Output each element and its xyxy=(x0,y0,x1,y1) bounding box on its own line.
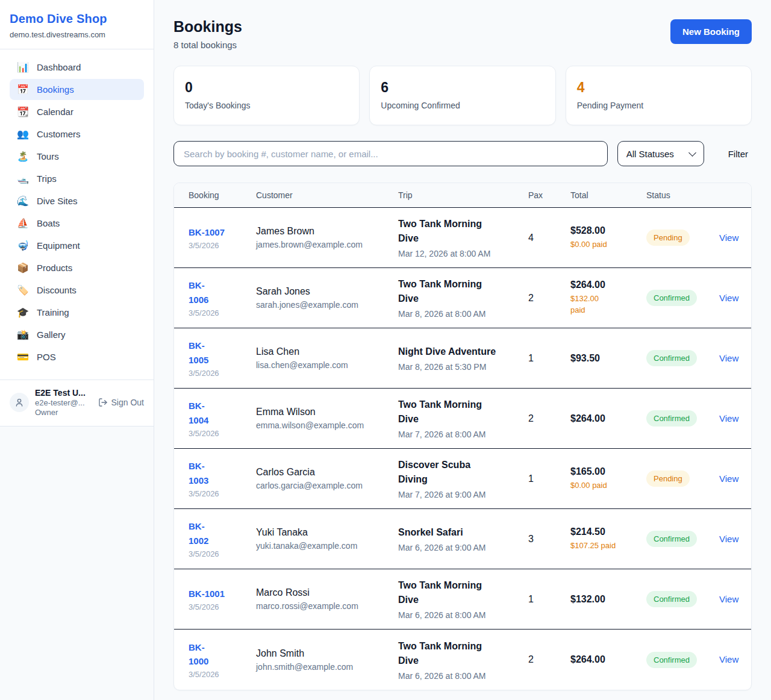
view-link[interactable]: View xyxy=(719,473,738,484)
filter-button[interactable]: Filter xyxy=(725,146,752,161)
customer-name: Carlos Garcia xyxy=(256,467,392,478)
status-badge: Pending xyxy=(646,470,690,487)
pax-count: 1 xyxy=(528,473,570,484)
trip-name: Snorkel Safari xyxy=(398,525,522,540)
status-badge: Pending xyxy=(646,230,690,246)
sidebar-item-products[interactable]: 📦 Products xyxy=(10,257,144,278)
pax-count: 3 xyxy=(528,534,570,545)
stat-card: 4 Pending Payment xyxy=(566,66,752,125)
booking-id-link[interactable]: BK- 1002 xyxy=(189,519,250,548)
island-icon: 🏝️ xyxy=(17,152,29,161)
booking-id-link[interactable]: BK-1007 xyxy=(189,225,250,239)
page-header-text: Bookings 8 total bookings xyxy=(173,18,242,50)
total-amount: $132.00 xyxy=(570,594,640,605)
sidebar-item-boats[interactable]: ⛵ Boats xyxy=(10,213,144,234)
user-role: Owner xyxy=(35,408,86,417)
sidebar-item-equipment[interactable]: 🤿 Equipment xyxy=(10,235,144,256)
table-row: BK- 1000 3/5/2026 John Smith john.smith@… xyxy=(174,630,751,690)
view-link[interactable]: View xyxy=(719,654,738,664)
customer-email: carlos.garcia@example.com xyxy=(256,481,392,490)
stat-value: 6 xyxy=(381,80,544,96)
trip-name: Two Tank Morning Dive xyxy=(398,578,522,607)
sidebar-item-dive-sites[interactable]: 🌊 Dive Sites xyxy=(10,190,144,211)
search-input[interactable] xyxy=(173,141,608,166)
new-booking-button[interactable]: New Booking xyxy=(670,19,752,44)
view-link[interactable]: View xyxy=(719,534,738,544)
sidebar-item-dashboard[interactable]: 📊 Dashboard xyxy=(10,57,144,78)
brand-name: Demo Dive Shop xyxy=(10,12,144,26)
motorboat-icon: 🛥️ xyxy=(17,174,29,184)
camera-icon: 📸 xyxy=(17,330,29,340)
stat-value: 4 xyxy=(577,80,740,96)
customer-name: Emma Wilson xyxy=(256,407,392,417)
customer-email: james.brown@example.com xyxy=(256,240,392,249)
sidebar-item-gallery[interactable]: 📸 Gallery xyxy=(10,324,144,345)
column-header-status: Status xyxy=(646,190,719,200)
pax-count: 2 xyxy=(528,293,570,304)
tag-icon: 🏷️ xyxy=(17,286,29,295)
view-link[interactable]: View xyxy=(719,353,738,363)
user-info: E2E Test U... e2e-tester@... Owner xyxy=(35,388,86,417)
status-select[interactable]: All Statuses xyxy=(617,141,704,166)
booking-id-link[interactable]: BK- 1003 xyxy=(189,459,250,487)
trip-datetime: Mar 12, 2026 at 8:00 AM xyxy=(398,249,522,258)
column-header-trip: Trip xyxy=(398,190,528,200)
column-header-total: Total xyxy=(570,190,646,200)
column-header-booking: Booking xyxy=(189,190,256,200)
credit-card-icon: 💳 xyxy=(17,352,29,362)
booking-id-link[interactable]: BK- 1006 xyxy=(189,278,250,307)
customer-name: Marco Rossi xyxy=(256,587,392,598)
main-content: Bookings 8 total bookings New Booking 0 … xyxy=(154,0,771,700)
sidebar-item-customers[interactable]: 👥 Customers xyxy=(10,123,144,145)
booking-id-link[interactable]: BK- 1004 xyxy=(189,399,250,427)
table-row: BK- 1002 3/5/2026 Yuki Tanaka yuki.tanak… xyxy=(174,509,751,569)
pax-count: 2 xyxy=(528,654,570,665)
brand: Demo Dive Shop demo.test.divestreams.com xyxy=(0,0,154,49)
view-link[interactable]: View xyxy=(719,293,738,303)
customer-name: Yuki Tanaka xyxy=(256,527,392,538)
status-badge: Confirmed xyxy=(646,652,697,668)
sidebar-item-bookings[interactable]: 📅 Bookings xyxy=(10,79,144,100)
view-link[interactable]: View xyxy=(719,594,738,604)
view-link[interactable]: View xyxy=(719,233,738,243)
paid-amount: $0.00 paid xyxy=(570,239,640,251)
trip-name: Two Tank Morning Dive xyxy=(398,639,522,668)
booking-id-link[interactable]: BK- 1000 xyxy=(189,640,250,669)
booking-date: 3/5/2026 xyxy=(189,489,250,498)
stat-card: 0 Today's Bookings xyxy=(173,66,360,125)
sidebar-item-pos[interactable]: 💳 POS xyxy=(10,346,144,367)
customer-name: Sarah Jones xyxy=(256,286,392,297)
app-root: Demo Dive Shop demo.test.divestreams.com… xyxy=(0,0,771,700)
sidebar-item-training[interactable]: 🎓 Training xyxy=(10,302,144,323)
table-row: BK- 1006 3/5/2026 Sarah Jones sarah.jone… xyxy=(174,268,751,328)
column-header-customer: Customer xyxy=(256,190,398,200)
status-badge: Confirmed xyxy=(646,591,697,607)
stat-value: 0 xyxy=(185,80,348,96)
table-row: BK- 1004 3/5/2026 Emma Wilson emma.wilso… xyxy=(174,389,751,449)
trip-datetime: Mar 6, 2026 at 8:00 AM xyxy=(398,671,522,681)
tear-off-calendar-icon: 📆 xyxy=(17,107,29,117)
sidebar-nav: 📊 Dashboard 📅 Bookings 📆 Calendar 👥 Cust… xyxy=(0,49,154,373)
table-row: BK-1007 3/5/2026 James Brown james.brown… xyxy=(174,208,751,268)
customer-email: emma.wilson@example.com xyxy=(256,420,392,430)
sign-out-button[interactable]: Sign Out xyxy=(98,398,144,407)
total-amount: $264.00 xyxy=(570,654,640,665)
status-badge: Confirmed xyxy=(646,531,697,547)
diving-mask-icon: 🤿 xyxy=(17,241,29,251)
booking-id-link[interactable]: BK- 1005 xyxy=(189,339,250,367)
sidebar-item-discounts[interactable]: 🏷️ Discounts xyxy=(10,280,144,301)
bookings-table: BookingCustomerTripPaxTotalStatus BK-100… xyxy=(173,183,752,690)
trip-datetime: Mar 6, 2026 at 9:00 AM xyxy=(398,543,522,552)
view-link[interactable]: View xyxy=(719,413,738,423)
sidebar-item-trips[interactable]: 🛥️ Trips xyxy=(10,168,144,189)
booking-date: 3/5/2026 xyxy=(189,241,250,250)
page-subtitle: 8 total bookings xyxy=(173,40,242,50)
sign-out-label: Sign Out xyxy=(111,398,144,407)
sidebar-item-tours[interactable]: 🏝️ Tours xyxy=(10,146,144,167)
table-row: BK- 1005 3/5/2026 Lisa Chen lisa.chen@ex… xyxy=(174,328,751,389)
stat-label: Upcoming Confirmed xyxy=(381,101,544,110)
user-name: E2E Test U... xyxy=(35,388,86,398)
graduation-cap-icon: 🎓 xyxy=(17,308,29,317)
sidebar-item-calendar[interactable]: 📆 Calendar xyxy=(10,101,144,122)
booking-id-link[interactable]: BK-1001 xyxy=(189,587,250,601)
